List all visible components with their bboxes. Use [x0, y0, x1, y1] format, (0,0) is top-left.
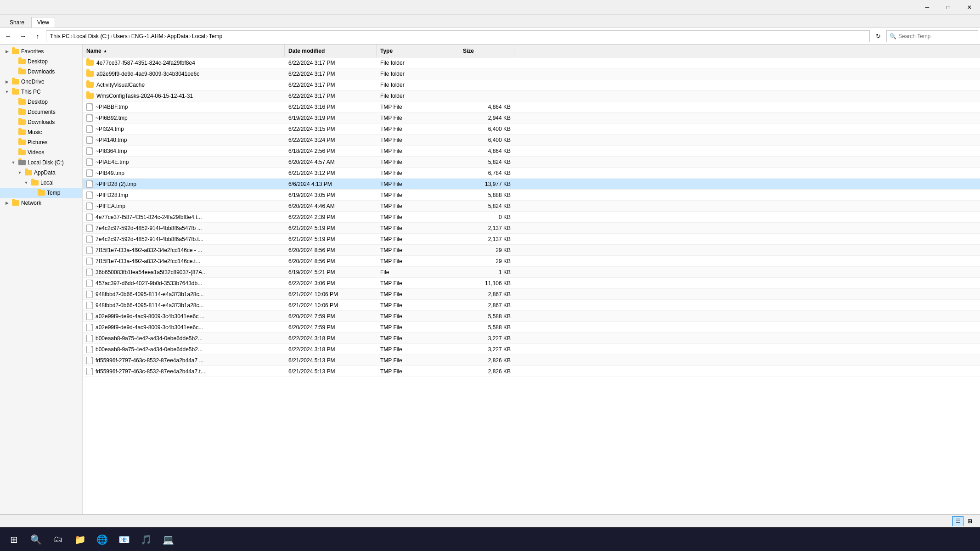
breadcrumb-local[interactable]: Local	[192, 33, 205, 39]
file-type-cell: File folder	[377, 57, 459, 68]
up-button[interactable]: ↑	[31, 30, 44, 43]
taskbar-explorer[interactable]: 📁	[70, 529, 90, 550]
ribbon-tab-view[interactable]: View	[31, 17, 55, 28]
file-date: 6/22/2024 3:24 PM	[288, 137, 335, 143]
table-row[interactable]: 7e4c2c97-592d-4852-914f-4bb8f6a547fb.t..…	[83, 234, 980, 245]
sidebar-item-network[interactable]: ▶ Network	[0, 198, 82, 208]
file-type-cell: TMP File	[377, 201, 459, 211]
back-button[interactable]: ←	[2, 30, 15, 43]
taskbar-browser[interactable]: 🌐	[92, 529, 112, 550]
table-row[interactable]: ~PIFEA.tmp 6/20/2024 4:46 AM TMP File 5,…	[83, 201, 980, 212]
breadcrumb-appdata[interactable]: AppData	[167, 33, 188, 39]
file-name: ~PIB49.tmp	[96, 170, 124, 176]
file-size-cell: 4,864 KB	[459, 101, 514, 112]
file-date: 6/21/2024 5:13 PM	[288, 357, 335, 364]
search-box[interactable]: 🔍	[886, 30, 978, 42]
refresh-button[interactable]: ↻	[872, 30, 884, 42]
sidebar-item-appdata[interactable]: ▼ AppData	[0, 168, 82, 178]
table-row[interactable]: a02e99f9-de9d-4ac9-8009-3c4b3041ee6c 6/2…	[83, 68, 980, 79]
sidebar-item-localdisk[interactable]: ▼ Local Disk (C:)	[0, 157, 82, 168]
sidebar-item-downloads1[interactable]: Downloads	[0, 67, 82, 77]
table-row[interactable]: ~PI4140.tmp 6/22/2024 3:24 PM TMP File 6…	[83, 135, 980, 146]
sidebar-label: OneDrive	[21, 79, 45, 85]
breadcrumb-localdisk[interactable]: Local Disk (C:)	[73, 33, 110, 39]
sidebar-item-desktop1[interactable]: Desktop	[0, 56, 82, 67]
sidebar-label: Local	[40, 180, 54, 186]
table-row[interactable]: 4e77ce37-f587-4351-824c-24fa29fbf8e4 6/2…	[83, 57, 980, 68]
forward-button[interactable]: →	[17, 30, 29, 43]
folder-icon	[18, 109, 26, 115]
table-row[interactable]: 7e4c2c97-592d-4852-914f-4bb8f6a547fb ...…	[83, 223, 980, 234]
taskbar-mail[interactable]: 📧	[114, 529, 134, 550]
table-row[interactable]: ActivityVisualCache 6/22/2024 3:17 PM Fi…	[83, 79, 980, 90]
sidebar-item-documents[interactable]: Documents	[0, 107, 82, 117]
folder-icon	[86, 82, 94, 88]
taskbar-pc[interactable]: 💻	[158, 529, 178, 550]
sidebar-item-music[interactable]: Music	[0, 127, 82, 137]
file-size-cell: 2,867 KB	[459, 300, 514, 310]
table-row[interactable]: b00eaab8-9a75-4e42-a434-0ebe6dde5b2... 6…	[83, 333, 980, 344]
view-list-button[interactable]: ☰	[952, 516, 963, 526]
table-row[interactable]: ~PI6B92.tmp 6/19/2024 3:19 PM TMP File 2…	[83, 112, 980, 124]
table-row[interactable]: ~PI324.tmp 6/22/2024 3:15 PM TMP File 6,…	[83, 124, 980, 135]
taskbar-music[interactable]: 🎵	[136, 529, 156, 550]
table-row[interactable]: ~PIAE4E.tmp 6/20/2024 4:57 AM TMP File 5…	[83, 157, 980, 168]
breadcrumb-eng[interactable]: ENG~1.AHM	[131, 33, 163, 39]
table-row[interactable]: b00eaab8-9a75-4e42-a434-0ebe6dde5b2... 6…	[83, 344, 980, 355]
table-row[interactable]: 7f15f1e7-f33a-4f92-a832-34e2fcd146ce.t..…	[83, 256, 980, 267]
table-row[interactable]: fd55996f-2797-463c-8532-87ee4a2b44a7.t..…	[83, 366, 980, 377]
table-row[interactable]: ~PIB49.tmp 6/21/2024 3:12 PM TMP File 6,…	[83, 168, 980, 179]
maximize-button[interactable]: □	[938, 0, 959, 15]
breadcrumb-thispc[interactable]: This PC	[50, 33, 70, 39]
search-input[interactable]	[898, 33, 975, 39]
file-type: TMP File	[380, 368, 402, 375]
sidebar-item-desktop2[interactable]: Desktop	[0, 97, 82, 107]
table-row[interactable]: ~PIFD28.tmp 6/19/2024 3:05 PM TMP File 5…	[83, 190, 980, 201]
sidebar-item-pictures[interactable]: Pictures	[0, 137, 82, 147]
doc-icon	[86, 225, 93, 232]
ribbon-tab-share[interactable]: Share	[4, 17, 30, 28]
breadcrumb[interactable]: This PC › Local Disk (C:) › Users › ENG~…	[46, 30, 870, 42]
sidebar-item-videos[interactable]: Videos	[0, 147, 82, 157]
doc-icon	[86, 114, 93, 122]
file-name-cell: a02e99f9-de9d-4ac9-8009-3c4b3041ee6c ...	[83, 311, 285, 321]
file-name: ~PI6B92.tmp	[96, 115, 128, 121]
table-row[interactable]: 4e77ce37-f587-4351-824c-24fa29fbf8e4.t..…	[83, 212, 980, 223]
table-row[interactable]: 948fbbd7-0b66-4095-8114-e4a373b1a28c... …	[83, 289, 980, 300]
table-row[interactable]: 7f15f1e7-f33a-4f92-a832-34e2fcd146ce - .…	[83, 245, 980, 256]
view-detail-button[interactable]: ⊞	[964, 516, 975, 526]
sidebar-item-onedrive[interactable]: ▶ OneDrive	[0, 77, 82, 87]
table-row[interactable]: WmsConfigTasks-2024-06-15-12-41-31 6/22/…	[83, 90, 980, 101]
table-row[interactable]: ~PI4BBF.tmp 6/21/2024 3:16 PM TMP File 4…	[83, 101, 980, 112]
sidebar-item-thispc[interactable]: ▼ This PC	[0, 87, 82, 97]
table-row[interactable]: a02e99f9-de9d-4ac9-8009-3c4b3041ee6c... …	[83, 322, 980, 333]
breadcrumb-temp[interactable]: Temp	[209, 33, 222, 39]
file-name-cell: fd55996f-2797-463c-8532-87ee4a2b44a7.t..…	[83, 366, 285, 377]
close-button[interactable]: ✕	[959, 0, 980, 15]
sidebar-item-favorites[interactable]: ▶ Favorites	[0, 46, 82, 56]
col-header-name[interactable]: Name ▲	[83, 45, 285, 57]
taskbar-task-view[interactable]: 🗂	[48, 529, 68, 550]
col-header-type[interactable]: Type	[377, 45, 459, 57]
sidebar-item-localfolder[interactable]: ▼ Local	[0, 178, 82, 188]
file-size-cell: 5,824 KB	[459, 201, 514, 211]
sidebar-item-downloads2[interactable]: Downloads	[0, 117, 82, 127]
table-row[interactable]: ~PIFD28 (2).tmp 6/6/2024 4:13 PM TMP Fil…	[83, 179, 980, 190]
col-header-date[interactable]: Date modified	[285, 45, 377, 57]
sidebar-item-temp[interactable]: Temp	[0, 188, 82, 198]
col-header-size[interactable]: Size	[459, 45, 514, 57]
minimize-button[interactable]: ─	[917, 0, 938, 15]
table-row[interactable]: a02e99f9-de9d-4ac9-8009-3c4b3041ee6c ...…	[83, 311, 980, 322]
file-size: 3,227 KB	[488, 346, 511, 353]
breadcrumb-users[interactable]: Users	[113, 33, 127, 39]
table-row[interactable]: 457ac397-d6dd-4027-9b0d-3533b7643db... 6…	[83, 278, 980, 289]
file-size-cell	[459, 79, 514, 90]
table-row[interactable]: fd55996f-2797-463c-8532-87ee4a2b44a7 ...…	[83, 355, 980, 366]
table-row[interactable]: ~PI8364.tmp 6/18/2024 2:56 PM TMP File 4…	[83, 146, 980, 157]
table-row[interactable]: 36b650083fb1fea54eea1a5f32c89037-{87A...…	[83, 267, 980, 278]
file-name-cell: ~PIB49.tmp	[83, 168, 285, 178]
table-row[interactable]: 948fbbd7-0b66-4095-8114-e4a373b1a28c... …	[83, 300, 980, 311]
taskbar-search[interactable]: 🔍	[26, 529, 46, 550]
taskbar-start[interactable]: ⊞	[4, 529, 24, 550]
folder-icon	[12, 79, 19, 84]
